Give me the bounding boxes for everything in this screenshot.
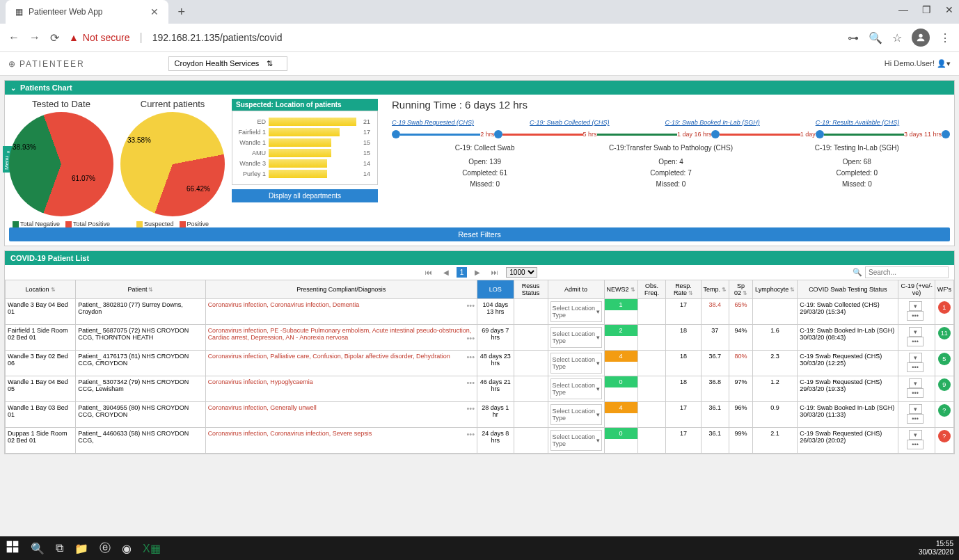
col-temp[interactable]: Temp.⇅ bbox=[701, 280, 729, 299]
kebab-menu-icon[interactable]: ⋮ bbox=[940, 31, 951, 45]
display-all-departments-button[interactable]: Display all departments bbox=[232, 189, 378, 202]
col-los[interactable]: LOS bbox=[477, 280, 514, 299]
pager-first-icon[interactable]: ⏮ bbox=[422, 267, 436, 278]
c19-dropdown[interactable]: ▾ bbox=[909, 353, 922, 362]
app-logo[interactable]: ⊕ PATIENTEER bbox=[8, 59, 85, 69]
page-size-select[interactable]: 1000 bbox=[506, 267, 537, 278]
tab-close-icon[interactable]: ✕ bbox=[150, 6, 159, 17]
bar-value: 15 bbox=[363, 150, 374, 157]
c19-dropdown[interactable]: ▾ bbox=[909, 301, 922, 311]
browser-tab[interactable]: ▦ Patienteer Web App ✕ bbox=[6, 0, 168, 24]
cell-temp: 38.4 bbox=[701, 299, 729, 325]
table-row[interactable]: Fairfield 1 Side Room 02 Bed 01 Patient_… bbox=[6, 325, 954, 351]
table-row[interactable]: Wandle 1 Bay 04 Bed 05 Patient_ 5307342 … bbox=[6, 376, 954, 402]
col-location[interactable]: Location⇅ bbox=[6, 280, 76, 299]
pager-prev-icon[interactable]: ◀ bbox=[440, 267, 452, 278]
table-row[interactable]: Duppas 1 Side Room 02 Bed 01 Patient_ 44… bbox=[6, 428, 954, 454]
admit-select[interactable]: Select Location Type▾ bbox=[550, 404, 602, 425]
new-tab-icon[interactable]: + bbox=[178, 5, 186, 19]
pager-page[interactable]: 1 bbox=[457, 267, 468, 278]
c19-dropdown[interactable]: ▾ bbox=[909, 404, 922, 414]
col-obs[interactable]: Obs. Freq. bbox=[637, 280, 666, 299]
pager-next-icon[interactable]: ▶ bbox=[471, 267, 484, 278]
c19-more-icon[interactable]: ••• bbox=[907, 440, 923, 449]
bar-value: 15 bbox=[363, 139, 374, 146]
timeline-link[interactable]: C-19 Swab Requested (CHS) bbox=[392, 119, 474, 126]
bar-fill bbox=[269, 138, 331, 147]
search-input[interactable] bbox=[865, 266, 949, 278]
patient-list-header[interactable]: COVID-19 Patient List bbox=[5, 251, 954, 265]
wf-badge[interactable]: 11 bbox=[938, 327, 951, 339]
legend-item: Total Positive bbox=[65, 221, 110, 227]
reset-filters-button[interactable]: Reset Filters bbox=[9, 227, 950, 241]
c19-dropdown[interactable]: ▾ bbox=[909, 327, 922, 337]
col-wf[interactable]: WF's bbox=[935, 280, 953, 299]
admit-select[interactable]: Select Location Type▾ bbox=[550, 327, 602, 348]
ellipsis-icon[interactable]: ••• bbox=[467, 378, 475, 387]
profile-avatar-icon[interactable] bbox=[912, 29, 930, 47]
ellipsis-icon[interactable]: ••• bbox=[467, 404, 475, 413]
col-c19[interactable]: C-19 (+ve/-ve) bbox=[898, 280, 935, 299]
admit-select[interactable]: Select Location Type▾ bbox=[550, 430, 602, 451]
col-news2[interactable]: NEWS2⇅ bbox=[604, 280, 637, 299]
ellipsis-icon[interactable]: ••• bbox=[467, 353, 475, 361]
timeline-link[interactable]: C-19: Swab Booked In-Lab (SGH) bbox=[665, 119, 760, 126]
ellipsis-icon[interactable]: ••• bbox=[467, 430, 475, 438]
timeline-link[interactable]: C-19: Swab Collected (CHS) bbox=[530, 119, 610, 126]
timeline-node bbox=[494, 130, 502, 138]
pie-chart bbox=[9, 112, 113, 216]
wf-badge[interactable]: 9 bbox=[938, 378, 951, 391]
wf-badge[interactable]: 5 bbox=[938, 353, 951, 365]
c19-more-icon[interactable]: ••• bbox=[907, 414, 923, 424]
org-select[interactable]: Croydon Health Services ⇅ bbox=[168, 56, 288, 71]
cell-resp: 18 bbox=[666, 325, 701, 351]
window-minimize-icon[interactable]: — bbox=[898, 4, 908, 15]
reload-icon[interactable]: ⟳ bbox=[50, 31, 59, 45]
col-resp[interactable]: Resp. Rate⇅ bbox=[666, 280, 701, 299]
bar-fill bbox=[269, 118, 356, 126]
patients-chart-panel: ⌄ Patients Chart Tested to Date 38.93% 6… bbox=[4, 80, 955, 246]
window-maximize-icon[interactable]: ❐ bbox=[922, 4, 931, 15]
col-lymph[interactable]: Lymphocyte⇅ bbox=[753, 280, 798, 299]
ellipsis-icon[interactable]: ••• bbox=[467, 301, 475, 310]
col-patient[interactable]: Patient⇅ bbox=[76, 280, 205, 299]
cell-patient: Patient_ 4460633 (58) NHS CROYDON CCG, bbox=[76, 428, 205, 454]
timeline-link[interactable]: C-19: Results Available (CHS) bbox=[816, 119, 900, 126]
back-icon[interactable]: ← bbox=[8, 31, 19, 44]
chart-legend: SuspectedPositive bbox=[120, 221, 225, 227]
not-secure-badge[interactable]: ▲ Not secure bbox=[69, 32, 130, 43]
col-swab[interactable]: COVID Swab Testing Status bbox=[798, 280, 898, 299]
c19-more-icon[interactable]: ••• bbox=[907, 337, 923, 346]
key-icon[interactable]: ⊶ bbox=[848, 31, 859, 45]
admit-select[interactable]: Select Location Type▾ bbox=[550, 378, 602, 399]
c19-dropdown[interactable]: ▾ bbox=[909, 430, 922, 440]
timeline-node bbox=[392, 130, 400, 138]
user-greeting[interactable]: Hi Demo.User! 👤▾ bbox=[885, 59, 951, 68]
cell-spo2: 80% bbox=[729, 351, 753, 376]
table-row[interactable]: Wandle 3 Bay 02 Bed 06 Patient_ 4176173 … bbox=[6, 351, 954, 376]
col-resus[interactable]: Resus Status bbox=[514, 280, 548, 299]
c19-dropdown[interactable]: ▾ bbox=[909, 378, 922, 388]
pager-last-icon[interactable]: ⏭ bbox=[488, 267, 502, 278]
col-admit[interactable]: Admit to bbox=[548, 280, 604, 299]
wf-badge[interactable]: ? bbox=[938, 430, 951, 442]
table-row[interactable]: Wandle 3 Bay 04 Bed 01 Patient_ 3802810 … bbox=[6, 299, 954, 325]
svg-point-0 bbox=[919, 34, 922, 38]
c19-more-icon[interactable]: ••• bbox=[907, 388, 923, 398]
table-row[interactable]: Wandle 1 Bay 03 Bed 01 Patient_ 3904955 … bbox=[6, 402, 954, 428]
url-text[interactable]: 192.168.21.135/patients/covid bbox=[152, 32, 283, 43]
patients-chart-header[interactable]: ⌄ Patients Chart bbox=[5, 81, 954, 95]
admit-select[interactable]: Select Location Type▾ bbox=[550, 353, 602, 374]
wf-badge[interactable]: 1 bbox=[938, 301, 951, 314]
col-spo2[interactable]: Sp 02⇅ bbox=[729, 280, 753, 299]
wf-badge[interactable]: ? bbox=[938, 404, 951, 417]
ellipsis-icon[interactable]: ••• bbox=[467, 334, 475, 342]
admit-select[interactable]: Select Location Type▾ bbox=[550, 301, 602, 322]
forward-icon[interactable]: → bbox=[29, 31, 40, 44]
c19-more-icon[interactable]: ••• bbox=[907, 311, 923, 321]
window-close-icon[interactable]: ✕ bbox=[945, 4, 953, 15]
col-diagnosis[interactable]: Presenting Compliant/Diagnosis bbox=[205, 280, 477, 299]
star-icon[interactable]: ☆ bbox=[892, 31, 902, 45]
c19-more-icon[interactable]: ••• bbox=[907, 362, 923, 372]
zoom-icon[interactable]: 🔍 bbox=[869, 31, 882, 45]
